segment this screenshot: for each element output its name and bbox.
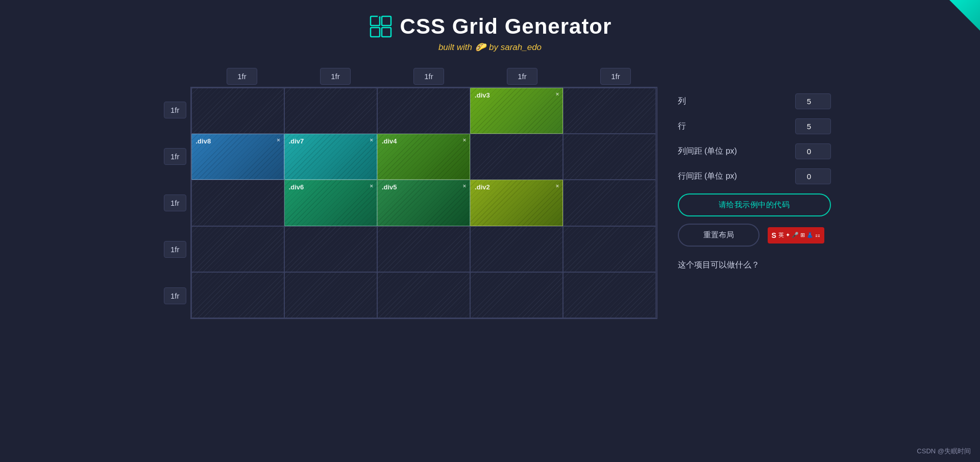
grid-section: 1fr 1fr 1fr 1fr 1fr 1fr 1fr <box>150 68 663 319</box>
right-panel: 列 行 列间距 (单位 px) 行间距 (单位 px) 请给我示例中的代码 重置… <box>678 68 831 271</box>
close-icon-div5[interactable]: × <box>463 183 466 189</box>
row-label-3: 1fr <box>164 180 186 226</box>
header: CSS Grid Generator built with 🌮 by sarah… <box>0 0 980 63</box>
grid-cell-r2c4[interactable] <box>470 134 563 180</box>
grid-cell-r4c2[interactable] <box>284 226 377 272</box>
grid-cell-r4c3[interactable] <box>377 226 470 272</box>
close-icon-div7[interactable]: × <box>370 137 373 143</box>
grid-item-label-div2: .div2 <box>475 183 490 191</box>
svg-rect-1 <box>382 16 391 26</box>
main-layout: 1fr 1fr 1fr 1fr 1fr 1fr 1fr <box>0 63 980 319</box>
grid-item-label-div5: .div5 <box>382 183 397 191</box>
grid-cell-r5c4[interactable] <box>470 272 563 318</box>
col-label-1: 1fr <box>195 68 289 85</box>
header-title-row: CSS Grid Generator <box>0 14 980 39</box>
grid-cell-r1c5[interactable] <box>563 88 656 134</box>
grid-cell-r5c2[interactable] <box>284 272 377 318</box>
control-row-cols: 列 <box>678 93 831 109</box>
col-label-box-2[interactable]: 1fr <box>320 68 351 85</box>
row-input[interactable] <box>795 118 831 134</box>
grid-item-div3[interactable]: .div3 × <box>470 88 563 134</box>
grid-cell-r1c3[interactable] <box>377 88 470 134</box>
row-label-box-2[interactable]: 1fr <box>164 148 186 165</box>
svg-rect-0 <box>371 16 380 26</box>
grid-cell-r3c5[interactable] <box>563 180 656 226</box>
grid-item-label-div4: .div4 <box>382 137 397 145</box>
svg-rect-3 <box>382 28 391 37</box>
grid-cell-r4c4[interactable] <box>470 226 563 272</box>
close-icon-div6[interactable]: × <box>370 183 373 189</box>
example-code-button[interactable]: 请给我示例中的代码 <box>678 193 831 216</box>
grid-cell-r5c3[interactable] <box>377 272 470 318</box>
col-control-label: 列 <box>678 96 744 107</box>
grid-item-div2[interactable]: .div2 × <box>470 180 563 226</box>
sogou-toolbar: S 英 ✦ 🎤 ⊞ 👗 ⚏ <box>768 227 825 244</box>
row-label-1: 1fr <box>164 87 186 133</box>
col-label-3: 1fr <box>382 68 476 85</box>
col-label-5: 1fr <box>569 68 663 85</box>
what-label: 这个项目可以做什么？ <box>678 260 831 271</box>
row-label-5: 1fr <box>164 273 186 319</box>
grid-cell-r4c5[interactable] <box>563 226 656 272</box>
control-row-col-gap: 列间距 (单位 px) <box>678 143 831 159</box>
grid-cell-r5c1[interactable] <box>191 272 284 318</box>
grid-item-label-div8: .div8 <box>196 137 211 145</box>
page-title: CSS Grid Generator <box>400 14 612 39</box>
col-label-2: 1fr <box>289 68 382 85</box>
css-grid-container: .div3 × .div8 × .div7 × .div4 × <box>190 87 657 319</box>
grid-with-row-labels: 1fr 1fr 1fr 1fr 1fr <box>150 87 657 319</box>
close-icon-div8[interactable]: × <box>277 137 280 143</box>
row-gap-label: 行间距 (单位 px) <box>678 171 744 182</box>
sogou-icons: 英 ✦ 🎤 ⊞ 👗 ⚏ <box>778 231 820 239</box>
control-row-row-gap: 行间距 (单位 px) <box>678 168 831 184</box>
row-labels-col: 1fr 1fr 1fr 1fr 1fr <box>150 87 186 319</box>
close-icon-div4[interactable]: × <box>463 137 466 143</box>
control-row-rows: 行 <box>678 118 831 134</box>
row-label-box-1[interactable]: 1fr <box>164 102 186 118</box>
col-input[interactable] <box>795 93 831 109</box>
svg-rect-2 <box>371 28 380 37</box>
grid-cell-r4c1[interactable] <box>191 226 284 272</box>
col-label-4: 1fr <box>476 68 569 85</box>
col-label-box-5[interactable]: 1fr <box>600 68 631 85</box>
grid-cell-r3c1[interactable] <box>191 180 284 226</box>
col-label-box-1[interactable]: 1fr <box>227 68 257 85</box>
grid-cell-r1c1[interactable] <box>191 88 284 134</box>
close-icon-div2[interactable]: × <box>556 183 559 189</box>
sogou-s-icon: S <box>772 231 776 239</box>
grid-item-div5[interactable]: .div5 × <box>377 180 470 226</box>
row-control-label: 行 <box>678 121 744 132</box>
row-label-box-5[interactable]: 1fr <box>164 287 186 304</box>
col-label-box-3[interactable]: 1fr <box>413 68 444 85</box>
grid-item-label-div3: .div3 <box>475 91 490 99</box>
grid-cell-r1c2[interactable] <box>284 88 377 134</box>
header-subtitle: built with 🌮 by sarah_edo <box>0 42 980 53</box>
col-gap-label: 列间距 (单位 px) <box>678 146 744 157</box>
grid-item-div7[interactable]: .div7 × <box>284 134 377 180</box>
grid-item-label-div6: .div6 <box>289 183 304 191</box>
grid-item-div4[interactable]: .div4 × <box>377 134 470 180</box>
grid-cell-r2c5[interactable] <box>563 134 656 180</box>
grid-item-div8[interactable]: .div8 × <box>191 134 284 180</box>
close-icon-div3[interactable]: × <box>556 91 559 97</box>
row-label-4: 1fr <box>164 226 186 273</box>
row-label-box-3[interactable]: 1fr <box>164 194 186 211</box>
watermark: CSDN @失眠时间 <box>917 447 971 456</box>
subtitle-post: by sarah_edo <box>489 42 542 53</box>
grid-icon <box>369 14 393 39</box>
row-label-box-4[interactable]: 1fr <box>164 241 186 258</box>
taco-icon: 🌮 <box>475 42 486 53</box>
reset-row: 重置布局 S 英 ✦ 🎤 ⊞ 👗 ⚏ <box>678 224 831 247</box>
subtitle-pre: built with <box>438 42 472 53</box>
col-label-box-4[interactable]: 1fr <box>507 68 537 85</box>
row-label-2: 1fr <box>164 133 186 180</box>
grid-item-div6[interactable]: .div6 × <box>284 180 377 226</box>
col-labels-row: 1fr 1fr 1fr 1fr 1fr <box>195 68 663 85</box>
grid-cell-r5c5[interactable] <box>563 272 656 318</box>
grid-item-label-div7: .div7 <box>289 137 304 145</box>
reset-button[interactable]: 重置布局 <box>678 224 760 247</box>
col-gap-input[interactable] <box>795 143 831 159</box>
row-gap-input[interactable] <box>795 168 831 184</box>
